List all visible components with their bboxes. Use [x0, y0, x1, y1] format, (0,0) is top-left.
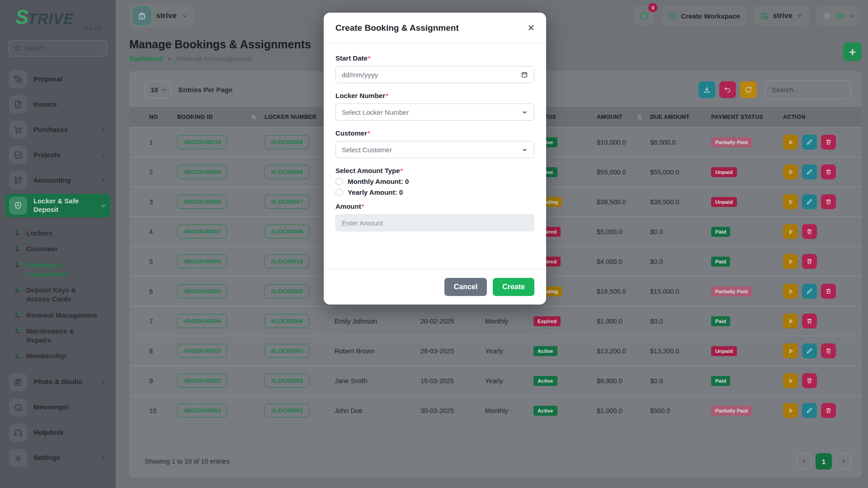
sidebar-subitem-lockers[interactable]: Lockers [15, 229, 110, 238]
payment-status-badge: Unpaid [711, 197, 737, 207]
sidebar-item-proposal[interactable]: Proposal [5, 67, 110, 91]
refresh-button[interactable] [740, 81, 757, 98]
table-row: 7#BOOK00004#LOC00004Emily Johnson20-02-2… [129, 306, 862, 336]
column-header-payment-status: PAYMENT STATUS [711, 114, 783, 120]
sidebar-item-label: Settings [33, 454, 60, 462]
sidebar-item-accounting[interactable]: Accounting [5, 169, 110, 192]
export-download-button[interactable] [698, 81, 715, 98]
sidebar-subitem-renewal-management[interactable]: Renewal Management [15, 311, 110, 320]
customer-select[interactable]: Select Customer [335, 141, 534, 158]
monthly-amount-radio[interactable]: Monthly Amount: 0 [335, 178, 534, 185]
edit-button[interactable] [802, 343, 817, 358]
view-button[interactable] [783, 164, 798, 179]
pagination-prev-button[interactable] [797, 453, 811, 469]
locker-number-select[interactable]: Select Locker Number [335, 103, 534, 121]
delete-button[interactable] [821, 164, 836, 179]
sidebar-subitem-label: Deposit Keys & Access Cards [26, 286, 99, 304]
delete-button[interactable] [821, 194, 836, 209]
bullet-icon [15, 328, 20, 333]
cell-no: 6 [149, 288, 177, 295]
sort-icon[interactable]: ⇅ [251, 114, 256, 121]
sidebar-item-messenger[interactable]: Messenger [5, 396, 110, 419]
edit-button[interactable] [802, 135, 817, 150]
delete-button[interactable] [802, 314, 817, 328]
view-button[interactable] [783, 194, 798, 209]
view-button[interactable] [783, 135, 798, 150]
sidebar-item-label: Helpdesk [33, 428, 64, 437]
language-selector[interactable]: EN [816, 6, 861, 26]
locker-number-label: Locker Number* [335, 92, 534, 99]
delete-button[interactable] [821, 403, 836, 418]
view-button[interactable] [783, 343, 798, 358]
cell-due-amount: $15,000.0 [650, 288, 711, 295]
delete-button[interactable] [802, 224, 817, 239]
sidebar-subitem-bookings-assignments[interactable]: Bookings & Assignments [15, 261, 110, 279]
pagination-page-1[interactable]: 1 [816, 453, 832, 469]
chat-badge: 0 [648, 3, 657, 12]
view-button[interactable] [783, 403, 798, 418]
edit-button[interactable] [802, 403, 817, 418]
undo-button[interactable] [719, 81, 736, 98]
sort-icon[interactable]: ⇅ [637, 114, 642, 121]
edit-button[interactable] [802, 164, 817, 179]
table-row: 8#BOOK00003#LOC00003Robert Brown28-03-20… [129, 336, 862, 366]
chevron-right-icon [100, 127, 107, 133]
sidebar-subitem-maintenance-repairs[interactable]: Maintenance & Repairs [15, 327, 110, 345]
delete-button[interactable] [802, 373, 817, 388]
sidebar-item-photo-studio[interactable]: Photo & Studio [5, 371, 110, 394]
delete-button[interactable] [821, 284, 836, 299]
edit-button[interactable] [802, 284, 817, 299]
language-code: EN [836, 12, 844, 19]
sidebar-subitem-customer[interactable]: Customer [15, 244, 110, 253]
cancel-button[interactable]: Cancel [444, 278, 487, 296]
action-buttons [783, 343, 862, 358]
column-header-booking-id[interactable]: BOOKING ID⇅ [177, 114, 264, 121]
close-icon[interactable]: × [528, 22, 534, 33]
cell-amount: $10,000.0 [597, 139, 650, 146]
cell-customer: John Doe [335, 407, 420, 414]
start-date-input[interactable]: dd/mm/yyyy [335, 66, 534, 83]
sidebar-subitem-label: Lockers [26, 229, 52, 238]
account-menu[interactable]: strive [754, 6, 809, 26]
view-button[interactable] [783, 314, 798, 328]
sidebar-subitem-membership[interactable]: Membership [15, 352, 110, 361]
sidebar-search-input[interactable] [25, 45, 102, 52]
booking-id-chip: #BOOK00008 [177, 195, 227, 209]
pagination-next-button[interactable] [836, 453, 851, 469]
view-button[interactable] [783, 284, 798, 299]
play-icon [787, 228, 794, 235]
amount-input[interactable] [335, 214, 534, 231]
create-workspace-button[interactable]: Create Workspace [661, 6, 746, 26]
chat-button[interactable]: 0 [633, 6, 654, 26]
chevron-right-icon [100, 177, 107, 184]
sidebar-item-purchases[interactable]: Purchases [5, 118, 110, 141]
sidebar-item-projects[interactable]: Projects [5, 143, 110, 167]
breadcrumb-dashboard-link[interactable]: Dashboard [129, 55, 162, 62]
view-button[interactable] [783, 373, 798, 388]
cell-date: 30-03-2025 [420, 407, 485, 414]
yearly-amount-radio[interactable]: Yearly Amount: 0 [335, 188, 534, 196]
entries-per-page-select[interactable]: 10 [145, 81, 171, 99]
view-button[interactable] [783, 224, 798, 239]
chevron-right-icon [166, 56, 172, 62]
sidebar-search[interactable] [8, 40, 108, 56]
sidebar-item-settings[interactable]: Settings [5, 446, 110, 470]
delete-button[interactable] [821, 135, 836, 150]
sidebar-item-locker-safe-deposit[interactable]: Locker & Safe Deposit [5, 194, 110, 217]
sidebar-subitem-deposit-keys-access-cards[interactable]: Deposit Keys & Access Cards [15, 286, 110, 304]
cell-amount: $1,000.0 [597, 407, 650, 414]
column-header-action: ACTION [783, 114, 862, 120]
sidebar-item-helpdesk[interactable]: Helpdesk [5, 421, 110, 445]
bullet-icon [15, 313, 20, 318]
table-search-input[interactable] [765, 80, 851, 99]
cell-customer: Robert Brown [335, 347, 420, 355]
add-booking-button[interactable]: + [843, 42, 862, 61]
create-button[interactable]: Create [493, 278, 534, 296]
view-button[interactable] [783, 254, 798, 269]
sidebar-item-invoice[interactable]: Invoice [5, 93, 110, 116]
edit-button[interactable] [802, 194, 817, 209]
delete-button[interactable] [821, 343, 836, 358]
delete-button[interactable] [802, 254, 817, 269]
workspace-switcher[interactable]: strive [129, 4, 194, 28]
column-header-amount[interactable]: AMOUNT⇅ [597, 114, 650, 121]
